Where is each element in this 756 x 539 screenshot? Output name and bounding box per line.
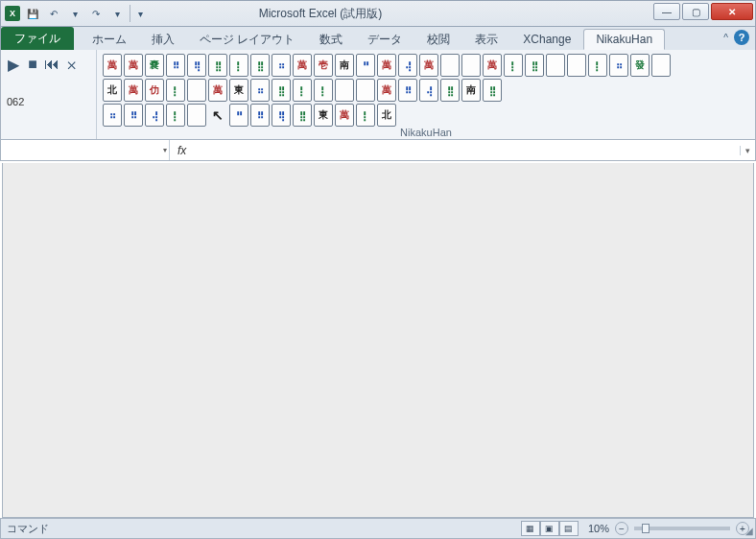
mahjong-tile[interactable]: 東	[314, 104, 333, 127]
mahjong-tile[interactable]: 北	[103, 79, 122, 102]
mahjong-tile[interactable]: ⣿	[208, 54, 227, 77]
stop-button[interactable]: ■	[26, 58, 39, 71]
window-title: Microsoft Excel (試用版)	[1, 6, 640, 22]
tab-formulas[interactable]: 数式	[307, 29, 355, 50]
tab-pagelayout[interactable]: ページ レイアウト	[187, 29, 307, 50]
mahjong-tile[interactable]: ⠶	[103, 104, 122, 127]
mahjong-tile[interactable]: 萬	[124, 79, 143, 102]
zoom-controls: 10% − +	[588, 522, 749, 535]
mahjong-tile[interactable]	[356, 79, 375, 102]
maximize-button[interactable]: ▢	[682, 3, 709, 20]
mahjong-tile[interactable]: ⣿	[525, 54, 544, 77]
mahjong-tile[interactable]: ⠿	[398, 79, 417, 102]
mahjong-tile[interactable]: 壱	[314, 54, 333, 77]
tab-nikakuhan[interactable]: NikakuHan	[583, 29, 665, 50]
status-mode: コマンド	[7, 522, 49, 536]
mahjong-tile[interactable]	[335, 79, 354, 102]
mahjong-tile[interactable]: ⢼	[145, 104, 164, 127]
play-button[interactable]: ▶	[7, 58, 20, 71]
tab-data[interactable]: データ	[355, 29, 414, 50]
tile-grid: 萬萬嚢⠿⢿⣿⡇⣿⠶萬壱南⠛萬⢼萬萬⡇⣿⡇⠶發北萬仂⡇萬東⠶⣿⡇⡇萬⠿⢼⣿南⣿⠶⠿…	[103, 54, 671, 127]
mahjong-tile[interactable]	[651, 54, 671, 77]
mahjong-tile[interactable]: ⠛	[229, 104, 248, 127]
mahjong-tile[interactable]: ⢿	[272, 104, 291, 127]
ribbon-body: ▶ ■ ⏮ ⨉ 062 萬萬嚢⠿⢿⣿⡇⣿⠶萬壱南⠛萬⢼萬萬⡇⣿⡇⠶發北萬仂⡇萬東…	[0, 50, 756, 140]
tab-xchange[interactable]: XChange	[510, 29, 583, 50]
mahjong-tile[interactable]: 萬	[377, 54, 396, 77]
mahjong-tile[interactable]	[461, 54, 481, 77]
mahjong-tile[interactable]: ⠿	[124, 104, 143, 127]
fx-icon[interactable]: fx	[170, 144, 194, 157]
mahjong-tile[interactable]: 萬	[103, 54, 122, 77]
mahjong-tile[interactable]: ⡇	[314, 79, 333, 102]
ribbon-minimize-icon[interactable]: ^	[723, 33, 728, 43]
mahjong-tile[interactable]: 北	[377, 104, 396, 127]
tab-review[interactable]: 校閲	[414, 29, 462, 50]
tab-insert[interactable]: 挿入	[139, 29, 187, 50]
file-tab[interactable]: ファイル	[1, 27, 74, 50]
formula-bar: fx ▾	[0, 140, 756, 161]
mahjong-tile[interactable]: 仂	[145, 79, 164, 102]
mahjong-tile[interactable]: ⣿	[272, 79, 291, 102]
group-controls: ▶ ■ ⏮ ⨉ 062	[1, 50, 97, 139]
formula-expand[interactable]: ▾	[740, 146, 755, 155]
view-pagebreak[interactable]: ▤	[559, 521, 579, 536]
mahjong-tile[interactable]: 發	[630, 54, 650, 77]
mahjong-tile[interactable]: ⢼	[398, 54, 417, 77]
worksheet-area[interactable]	[2, 163, 754, 518]
mahjong-tile[interactable]: ⢼	[419, 79, 438, 102]
view-normal[interactable]: ▦	[521, 521, 540, 536]
mahjong-tile[interactable]	[567, 54, 586, 77]
mahjong-tile[interactable]: ⡇	[504, 54, 523, 77]
mahjong-tile[interactable]: 嚢	[145, 54, 164, 77]
mahjong-tile[interactable]	[440, 54, 460, 77]
formula-input[interactable]	[194, 140, 740, 160]
shuffle-button[interactable]: ⨉	[64, 58, 78, 71]
mahjong-tile[interactable]: ⣿	[293, 104, 312, 127]
mahjong-tile[interactable]: 南	[461, 79, 481, 102]
mahjong-tile[interactable]	[187, 79, 206, 102]
mahjong-tile[interactable]: 東	[229, 79, 248, 102]
zoom-out-button[interactable]: −	[615, 522, 628, 535]
mahjong-tile[interactable]: ⣿	[440, 79, 460, 102]
mahjong-tile[interactable]: ⠶	[250, 79, 270, 102]
resize-grip-icon[interactable]: ◢	[745, 526, 753, 536]
mahjong-tile[interactable]: 南	[335, 54, 354, 77]
mahjong-tile[interactable]: 萬	[208, 79, 227, 102]
mahjong-tile[interactable]	[187, 104, 206, 127]
mahjong-tile[interactable]: ⡇	[356, 104, 375, 127]
zoom-level[interactable]: 10%	[588, 523, 609, 534]
view-pagelayout[interactable]: ▣	[540, 521, 559, 536]
mahjong-tile[interactable]: ⡇	[166, 104, 185, 127]
zoom-slider[interactable]	[634, 527, 730, 530]
tab-view[interactable]: 表示	[462, 29, 510, 50]
mahjong-tile[interactable]: ⡇	[293, 79, 312, 102]
mahjong-tile[interactable]: 萬	[419, 54, 438, 77]
mahjong-tile[interactable]: ⢿	[187, 54, 206, 77]
mahjong-tile[interactable]: ⡇	[588, 54, 607, 77]
tab-home[interactable]: ホーム	[80, 29, 139, 50]
close-button[interactable]: ✕	[711, 3, 753, 20]
mahjong-tile[interactable]: ⣿	[250, 54, 270, 77]
mahjong-tile[interactable]: 萬	[483, 54, 502, 77]
mahjong-tile[interactable]: 萬	[377, 79, 396, 102]
mahjong-tile[interactable]: 萬	[335, 104, 354, 127]
name-box[interactable]	[1, 140, 170, 160]
mahjong-tile[interactable]: ↖	[208, 104, 227, 127]
mahjong-tile[interactable]: 萬	[124, 54, 143, 77]
mahjong-tile[interactable]	[546, 54, 565, 77]
mahjong-tile[interactable]: ⠿	[166, 54, 185, 77]
view-buttons: ▦ ▣ ▤	[521, 521, 579, 536]
mahjong-tile[interactable]: ⠶	[609, 54, 628, 77]
mahjong-tile[interactable]: ⠛	[356, 54, 375, 77]
mahjong-tile[interactable]: ⠶	[272, 54, 291, 77]
mahjong-tile[interactable]: ⡇	[166, 79, 185, 102]
mahjong-tile[interactable]: ⡇	[229, 54, 248, 77]
help-icon[interactable]: ?	[734, 30, 749, 45]
mahjong-tile[interactable]: ⠿	[250, 104, 270, 127]
mahjong-tile[interactable]: 萬	[293, 54, 312, 77]
code-label: 062	[7, 79, 24, 107]
mahjong-tile[interactable]: ⣿	[483, 79, 502, 102]
minimize-button[interactable]: —	[653, 3, 680, 20]
rewind-button[interactable]: ⏮	[45, 58, 59, 71]
